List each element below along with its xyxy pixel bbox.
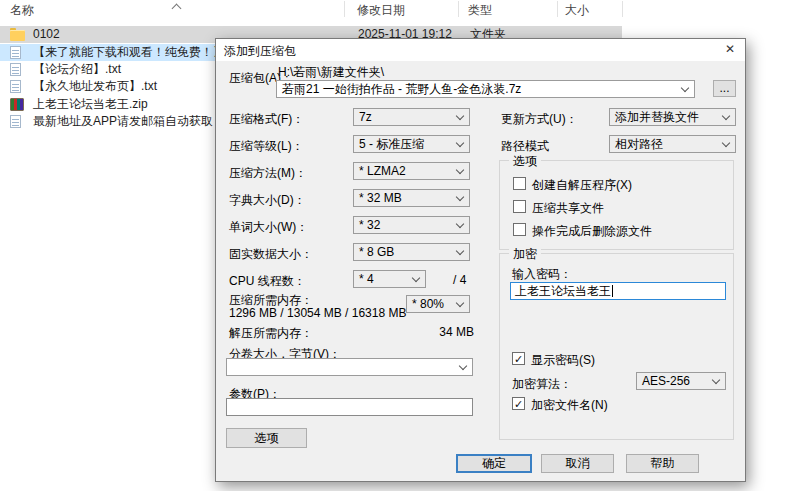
check-icon: ✓: [514, 398, 523, 410]
check-icon: ✓: [514, 353, 523, 365]
file-name: 上老王论坛当老王.zip: [33, 96, 148, 113]
folder-icon: [10, 30, 25, 41]
archive-dir: H:\若雨\新建文件夹\: [278, 64, 384, 81]
encrypt-filenames-label[interactable]: 加密文件名(N): [531, 397, 608, 414]
file-name: 【永久地址发布页】.txt: [33, 78, 157, 95]
dialog-titlebar[interactable]: 添加到压缩包 ✕: [216, 39, 745, 61]
chevron-down-icon: [681, 84, 689, 92]
delete-after-label[interactable]: 操作完成后删除源文件: [532, 223, 652, 240]
chevron-down-icon: [459, 362, 467, 370]
solid-block-combobox[interactable]: * 8 GB: [353, 243, 470, 261]
memory-percent-value: * 80%: [412, 297, 444, 311]
text-file-icon: [10, 115, 21, 128]
solid-block-value: * 8 GB: [359, 245, 394, 259]
cpu-threads-label: CPU 线程数：: [229, 273, 306, 290]
text-file-icon: [10, 63, 21, 76]
compress-shared-checkbox[interactable]: [513, 200, 526, 213]
file-name: 0102: [33, 26, 60, 43]
show-password-checkbox[interactable]: ✓: [512, 352, 525, 365]
level-label: 压缩等级(L)：: [229, 138, 304, 155]
cancel-button[interactable]: 取消: [541, 454, 614, 473]
delete-after-checkbox[interactable]: [513, 223, 526, 236]
password-input[interactable]: 上老王论坛当老王: [510, 282, 726, 300]
encryption-method-combobox[interactable]: AES-256: [636, 372, 726, 390]
help-button[interactable]: 帮助: [626, 454, 699, 473]
options-group-title: 选项: [509, 153, 541, 170]
chevron-down-icon: [722, 139, 730, 147]
zip-file-icon: [10, 98, 24, 111]
memory-decompress-label: 解压所需内存：: [229, 325, 313, 342]
chevron-down-icon: [456, 220, 464, 228]
encrypt-filenames-checkbox[interactable]: ✓: [512, 397, 525, 410]
password-label: 输入密码：: [512, 266, 572, 283]
archive-name-value: 若雨21 一始街拍作品 - 荒野人鱼-金色泳装.7z: [282, 82, 521, 96]
volume-size-combobox[interactable]: [226, 358, 473, 376]
format-combobox[interactable]: 7z: [353, 108, 470, 126]
close-icon[interactable]: ✕: [719, 40, 741, 59]
update-mode-label: 更新方式(U)：: [501, 111, 578, 128]
encryption-method-value: AES-256: [642, 374, 690, 388]
path-mode-combobox[interactable]: 相对路径: [609, 135, 736, 153]
column-divider[interactable]: [344, 1, 345, 17]
encryption-method-label: 加密算法：: [512, 376, 572, 393]
file-name: 【来了就能下载和观看！纯免费！】.txt: [33, 44, 241, 61]
solid-block-label: 固实数据大小：: [229, 246, 313, 263]
dictionary-value: * 32 MB: [359, 191, 402, 205]
dialog-title: 添加到压缩包: [224, 43, 296, 60]
compress-shared-label[interactable]: 压缩共享文件: [532, 200, 604, 217]
format-value: 7z: [359, 110, 372, 124]
memory-compress-values: 1296 MB / 13054 MB / 16318 MB: [229, 306, 406, 320]
chevron-down-icon: [456, 166, 464, 174]
password-value: 上老王论坛当老王: [515, 284, 611, 298]
level-value: 5 - 标准压缩: [359, 137, 424, 151]
method-value: * LZMA2: [359, 164, 406, 178]
text-cursor: [612, 285, 613, 297]
create-sfx-checkbox[interactable]: [513, 177, 526, 190]
path-mode-value: 相对路径: [615, 137, 663, 151]
encryption-group-title: 加密: [509, 246, 541, 263]
chevron-down-icon: [456, 139, 464, 147]
chevron-down-icon: [456, 299, 464, 307]
column-header-size[interactable]: 大小: [565, 2, 589, 18]
sort-ascending-icon: [172, 4, 182, 14]
dictionary-label: 字典大小(D)：: [229, 192, 306, 209]
archive-name-combobox[interactable]: 若雨21 一始街拍作品 - 荒野人鱼-金色泳装.7z: [276, 80, 695, 98]
browse-button[interactable]: ...: [713, 80, 736, 97]
column-divider[interactable]: [622, 1, 623, 17]
chevron-down-icon: [456, 247, 464, 255]
cpu-threads-combobox[interactable]: * 4: [353, 270, 426, 288]
word-size-value: * 32: [359, 218, 380, 232]
word-size-label: 单词大小(W)：: [229, 219, 308, 236]
word-size-combobox[interactable]: * 32: [353, 216, 470, 234]
options-button[interactable]: 选项: [226, 428, 307, 448]
update-mode-value: 添加并替换文件: [615, 110, 699, 124]
ok-button[interactable]: 确定: [456, 454, 532, 473]
column-header-date[interactable]: 修改日期: [357, 2, 405, 18]
memory-decompress-value: 34 MB: [406, 325, 474, 339]
parameters-input[interactable]: [226, 398, 473, 416]
chevron-down-icon: [456, 193, 464, 201]
text-file-icon: [10, 80, 21, 93]
level-combobox[interactable]: 5 - 标准压缩: [353, 135, 470, 153]
format-label: 压缩格式(F)：: [229, 111, 304, 128]
text-file-icon: [10, 46, 21, 59]
chevron-down-icon: [712, 376, 720, 384]
column-header-name[interactable]: 名称: [10, 2, 34, 18]
column-divider[interactable]: [458, 1, 459, 17]
column-header-type[interactable]: 类型: [468, 2, 492, 18]
cpu-threads-total: / 4: [453, 273, 466, 287]
chevron-down-icon: [412, 274, 420, 282]
method-combobox[interactable]: * LZMA2: [353, 162, 470, 180]
chevron-down-icon: [722, 112, 730, 120]
method-label: 压缩方法(M)：: [229, 165, 307, 182]
column-divider[interactable]: [557, 1, 558, 17]
dictionary-combobox[interactable]: * 32 MB: [353, 189, 470, 207]
add-to-archive-dialog: 添加到压缩包 ✕ 压缩包(A)： H:\若雨\新建文件夹\ 若雨21 一始街拍作…: [215, 38, 746, 482]
show-password-label[interactable]: 显示密码(S): [531, 352, 595, 369]
cpu-threads-value: * 4: [359, 272, 374, 286]
chevron-down-icon: [456, 112, 464, 120]
memory-percent-combobox[interactable]: * 80%: [406, 295, 470, 313]
file-name: 【论坛介绍】.txt: [33, 61, 121, 78]
create-sfx-label[interactable]: 创建自解压程序(X): [532, 177, 632, 194]
update-mode-combobox[interactable]: 添加并替换文件: [609, 108, 736, 126]
